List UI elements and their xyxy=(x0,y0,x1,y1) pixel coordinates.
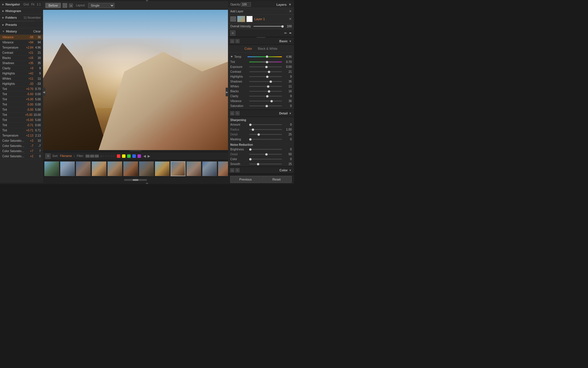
detail-icon-1[interactable]: ◫ xyxy=(230,111,234,115)
temp-slider[interactable] xyxy=(247,56,282,57)
history-item[interactable]: Color Saturation Sha...+310 xyxy=(0,138,43,143)
history-item[interactable]: Shadows+3535 xyxy=(0,61,43,66)
color-section-header[interactable]: ◫ ↻ Color ▼ xyxy=(228,166,294,174)
filter-blue-label[interactable] xyxy=(132,154,136,158)
filter-stars[interactable]: ≥☆☆☆☆☆ xyxy=(100,154,115,158)
contrast-thumb[interactable] xyxy=(268,71,270,73)
layer-name[interactable]: Layer 1 xyxy=(254,17,289,21)
history-item[interactable]: Blacks+1616 xyxy=(0,55,43,61)
detail-dropdown-icon[interactable]: ▼ xyxy=(289,112,292,115)
exposure-thumb[interactable] xyxy=(265,66,268,68)
crop-tool[interactable]: ⊞ xyxy=(230,30,235,36)
filter-reject-icon[interactable] xyxy=(90,155,94,158)
history-item[interactable]: Tint-5.000.00 xyxy=(0,92,43,97)
filmstrip-thumbnail[interactable] xyxy=(44,161,59,176)
right-collapse-tab[interactable]: ▶ xyxy=(226,88,229,96)
noise-detail-slider[interactable] xyxy=(249,154,282,155)
filmstrip-thumbnail[interactable] xyxy=(92,161,107,176)
navigator-header[interactable]: ▶ Navigator Grid Fit 1:1 xyxy=(0,1,43,8)
filmstrip-thumbnail[interactable] xyxy=(155,161,170,176)
filter-flag-icon[interactable] xyxy=(86,155,90,158)
history-item[interactable]: Tint+5.0010.00 xyxy=(0,112,43,118)
color-slider[interactable] xyxy=(249,159,282,160)
history-item[interactable]: Whites+1111 xyxy=(0,76,43,81)
basic-dropdown-icon[interactable]: ▼ xyxy=(289,40,292,43)
folders-header[interactable]: ▶ Folders 11 November xyxy=(0,14,43,21)
tint-thumb[interactable] xyxy=(266,61,268,63)
opacity-input[interactable]: 100 xyxy=(241,2,251,7)
history-item[interactable]: Tint+0.700.70 xyxy=(0,87,43,92)
shadows-thumb[interactable] xyxy=(270,80,272,83)
history-item[interactable]: Tint-5.005.00 xyxy=(0,107,43,112)
smooth-thumb[interactable] xyxy=(257,163,259,165)
brightness-slider[interactable] xyxy=(249,149,282,150)
filmstrip-thumbnail[interactable] xyxy=(123,161,138,176)
amount-thumb[interactable] xyxy=(249,124,252,126)
sort-value[interactable]: Filename xyxy=(60,154,72,158)
history-item[interactable]: Tint-0.710.00 xyxy=(0,123,43,128)
clarity-thumb[interactable] xyxy=(266,95,268,97)
tint-slider[interactable] xyxy=(249,62,282,62)
before-button[interactable]: Before xyxy=(45,3,61,8)
history-item[interactable]: Temperature+2.132.13 xyxy=(0,133,43,138)
saturation-slider[interactable] xyxy=(249,106,282,106)
filter-purple-label[interactable] xyxy=(138,154,141,158)
filmstrip-thumbnail[interactable] xyxy=(76,161,91,176)
history-item[interactable]: Tint+5.005.00 xyxy=(0,97,43,102)
whites-thumb[interactable] xyxy=(267,85,269,88)
blacks-slider[interactable] xyxy=(249,91,282,92)
layers-dropdown-icon[interactable]: ▼ xyxy=(288,3,292,7)
filmstrip-thumbnail[interactable] xyxy=(202,161,217,176)
blacks-thumb[interactable] xyxy=(268,90,270,93)
smooth-slider[interactable] xyxy=(249,164,282,164)
filter-green-label[interactable] xyxy=(127,154,131,158)
clarity-slider[interactable] xyxy=(249,96,282,97)
shadows-slider[interactable] xyxy=(249,81,282,82)
layout-select[interactable]: Single Side by Side xyxy=(88,3,115,8)
pen-tool-1[interactable]: ✏ xyxy=(284,31,287,35)
color-thumb[interactable] xyxy=(249,158,252,160)
basic-icon-2[interactable]: ↻ xyxy=(235,39,239,43)
history-item[interactable]: Highlights+429 xyxy=(0,71,43,76)
contrast-slider[interactable] xyxy=(249,71,282,72)
overall-intensity-slider[interactable] xyxy=(254,26,284,27)
filter-red-label[interactable] xyxy=(117,154,120,158)
filmstrip-prev-icon[interactable]: ◀ xyxy=(143,154,146,158)
reset-button[interactable]: Reset xyxy=(261,176,292,183)
brightness-thumb[interactable] xyxy=(249,148,252,151)
color-icon-1[interactable]: ◫ xyxy=(230,168,234,172)
history-clear-button[interactable]: Clear xyxy=(33,30,41,33)
filter-yellow-label[interactable] xyxy=(122,154,125,158)
amount-slider[interactable] xyxy=(249,124,282,125)
radius-slider[interactable] xyxy=(249,129,282,130)
eyedropper-icon[interactable]: ✦ xyxy=(230,55,233,59)
filmstrip-thumbnail[interactable] xyxy=(107,161,122,176)
whites-slider[interactable] xyxy=(249,86,282,87)
filmstrip-thumbnail[interactable] xyxy=(186,161,201,176)
previous-button[interactable]: Previous xyxy=(230,176,261,183)
filmstrip-scroll-thumb[interactable] xyxy=(133,179,138,181)
filmstrip-settings-icon[interactable]: ⚙ xyxy=(45,154,51,159)
view-mode-icon-2[interactable]: ▲ xyxy=(69,3,73,7)
filmstrip-thumbnail[interactable] xyxy=(60,161,75,176)
history-item[interactable]: Vibrance+9494 xyxy=(0,40,43,45)
history-item[interactable]: Vibrance-5836 xyxy=(0,35,43,40)
add-layer-close[interactable]: ✕ xyxy=(289,9,292,13)
noise-detail-thumb[interactable] xyxy=(265,153,268,156)
detail-icon-2[interactable]: ↻ xyxy=(235,111,239,115)
add-layer-button[interactable]: Add Layer xyxy=(230,10,243,13)
filter-unflag-icon[interactable] xyxy=(95,155,99,158)
presets-header[interactable]: ▶ Presets xyxy=(0,22,43,28)
left-collapse-tab[interactable]: ◀ xyxy=(42,88,45,96)
highlights-thumb[interactable] xyxy=(266,76,268,78)
filmstrip-thumbnail[interactable] xyxy=(171,161,185,176)
filmstrip-next-icon[interactable]: ▶ xyxy=(148,154,150,158)
bw-tab[interactable]: Black & White xyxy=(256,46,279,51)
vibrance-slider[interactable] xyxy=(249,101,282,101)
temp-thumb[interactable] xyxy=(266,55,268,58)
history-item[interactable]: Temperature+2.844.96 xyxy=(0,45,43,50)
history-item[interactable]: Tint+0.710.71 xyxy=(0,128,43,133)
masking-thumb[interactable] xyxy=(249,138,252,141)
filmstrip-thumbnail[interactable] xyxy=(218,161,228,176)
history-item[interactable]: Contrast+2121 xyxy=(0,50,43,55)
